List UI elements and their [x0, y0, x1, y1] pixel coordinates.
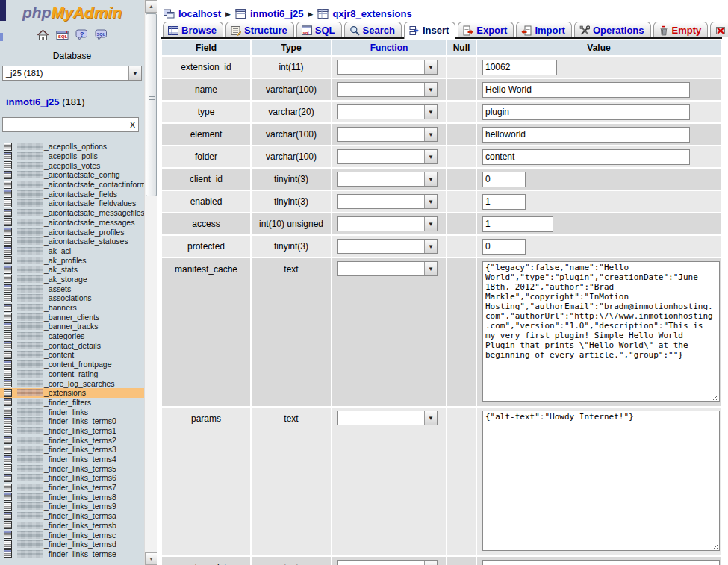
sidebar-table-item_finder_links_terms4[interactable]: _finder_links_terms4 [0, 455, 144, 464]
chevron-down-icon[interactable]: ▼ [128, 66, 141, 80]
function-select-extension_id[interactable]: ▼ [337, 60, 438, 75]
chevron-down-icon[interactable]: ▼ [424, 411, 437, 425]
function-select-element[interactable]: ▼ [337, 127, 438, 142]
sidebar-table-item_finder_links_termsa[interactable]: _finder_links_termsa [0, 511, 144, 521]
value-input-extension_id[interactable] [482, 60, 557, 75]
value-input-folder[interactable] [482, 149, 690, 165]
phpmyadmin-logo[interactable]: phpMyAdmin [0, 0, 144, 22]
sidebar-table-item_aicontactsafe_messages[interactable]: _aicontactsafe_messages [0, 218, 144, 228]
sql-window-icon[interactable] [56, 28, 69, 41]
sidebar-table-item_finder_links_terms0[interactable]: _finder_links_terms0 [0, 416, 144, 426]
tab-browse[interactable]: Browse [163, 22, 223, 37]
sidebar-table-item_ak_profiles[interactable]: _ak_profiles [0, 255, 144, 265]
tab-empty[interactable]: Empty [653, 22, 709, 37]
tab-drop[interactable]: Drop [710, 22, 728, 37]
chevron-down-icon[interactable]: ▼ [424, 262, 437, 275]
sidebar-table-item_finder_links[interactable]: _finder_links [0, 407, 144, 416]
sidebar-table-item_acepolls_votes[interactable]: _acepolls_votes [0, 160, 144, 170]
sidebar-table-item_acepolls_options[interactable]: _acepolls_options [0, 142, 144, 152]
value-input-name[interactable] [482, 82, 690, 98]
chevron-down-icon[interactable]: ▼ [424, 105, 437, 119]
value-input-type[interactable] [482, 104, 690, 120]
scroll-down-icon[interactable]: ▼ [145, 552, 158, 565]
function-select-access[interactable]: ▼ [337, 216, 438, 231]
function-select-manifest_cache[interactable]: ▼ [337, 261, 438, 276]
tab-operations[interactable]: Operations [574, 22, 651, 37]
sidebar-table-item_content_rating[interactable]: _content_rating [0, 369, 144, 379]
sidebar-table-item_finder_links_terms1[interactable]: _finder_links_terms1 [0, 426, 144, 436]
home-icon[interactable] [37, 28, 49, 41]
database-link[interactable]: inmoti6_j25 [6, 96, 60, 107]
sidebar-table-item_finder_links_termse[interactable]: _finder_links_termse [0, 549, 144, 559]
chevron-down-icon[interactable]: ▼ [424, 172, 437, 186]
query-window-icon[interactable] [95, 28, 108, 41]
chevron-down-icon[interactable]: ▼ [424, 83, 437, 96]
sidebar-table-item_core_log_searches[interactable]: _core_log_searches [0, 378, 144, 388]
sidebar-table-item_categories[interactable]: _categories [0, 331, 144, 341]
tab-export[interactable]: Export [458, 22, 514, 37]
sidebar-table-item_finder_links_terms9[interactable]: _finder_links_terms9 [0, 502, 144, 511]
sidebar-table-item_banners[interactable]: _banners [0, 303, 144, 313]
filter-clear-button[interactable]: X [129, 119, 138, 131]
scrollbar-thumb[interactable] [146, 13, 157, 196]
sidebar-table-item_assets[interactable]: _assets [0, 284, 144, 293]
chevron-down-icon[interactable]: ▼ [424, 561, 437, 565]
value-textarea-manifest_cache[interactable] [482, 261, 720, 402]
value-input-protected[interactable] [482, 239, 526, 255]
help-icon[interactable] [75, 28, 88, 41]
database-select[interactable]: _j25 (181) ▼ [2, 66, 142, 81]
function-select-params[interactable]: ▼ [337, 411, 438, 425]
sidebar-table-item_aicontactsafe_fieldvalues[interactable]: _aicontactsafe_fieldvalues [0, 199, 144, 208]
sidebar-table-item_finder_links_terms2[interactable]: _finder_links_terms2 [0, 435, 144, 445]
breadcrumb-database[interactable]: inmoti6_j25 [250, 8, 304, 19]
sidebar-table-item_extensions[interactable]: _extensions [0, 388, 144, 398]
chevron-down-icon[interactable]: ▼ [424, 60, 437, 74]
sidebar-table-item_ak_storage[interactable]: _ak_storage [0, 275, 144, 284]
sidebar-table-item_content_frontpage[interactable]: _content_frontpage [0, 360, 144, 369]
breadcrumb-server[interactable]: localhost [178, 8, 221, 19]
sidebar-table-item_ak_acl[interactable]: _ak_acl [0, 246, 144, 256]
function-select-folder[interactable]: ▼ [337, 149, 438, 164]
sidebar-table-item_banner_tracks[interactable]: _banner_tracks [0, 322, 144, 331]
sidebar-table-item_aicontactsafe_fields[interactable]: _aicontactsafe_fields [0, 189, 144, 199]
sidebar-table-item_finder_links_terms3[interactable]: _finder_links_terms3 [0, 445, 144, 455]
sidebar-table-item_aicontactsafe_config[interactable]: _aicontactsafe_config [0, 170, 144, 180]
sidebar-table-item_banner_clients[interactable]: _banner_clients [0, 312, 144, 322]
sidebar-table-item_finder_links_termsb[interactable]: _finder_links_termsb [0, 521, 144, 531]
value-input-element[interactable] [482, 127, 690, 143]
chevron-down-icon[interactable]: ▼ [424, 217, 437, 231]
sidebar-table-item_finder_links_terms5[interactable]: _finder_links_terms5 [0, 463, 144, 473]
sidebar-scrollbar[interactable]: ▲ ▼ [144, 0, 157, 565]
sidebar-table-item_aicontactsafe_messagefiles[interactable]: _aicontactsafe_messagefiles [0, 208, 144, 218]
sidebar-table-item_ak_stats[interactable]: _ak_stats [0, 265, 144, 275]
value-input-client_id[interactable] [482, 172, 526, 187]
sidebar-table-item_finder_filters[interactable]: _finder_filters [0, 398, 144, 408]
tab-insert[interactable]: Insert [404, 22, 455, 39]
tab-structure[interactable]: Structure [225, 22, 294, 37]
chevron-down-icon[interactable]: ▼ [424, 195, 437, 208]
chevron-down-icon[interactable]: ▼ [424, 240, 437, 253]
table-filter-input[interactable] [3, 119, 129, 131]
sidebar-table-item_acepolls_polls[interactable]: _acepolls_polls [0, 152, 144, 161]
breadcrumb-table[interactable]: qxjr8_extensions [332, 8, 411, 19]
header-function[interactable]: Function [332, 40, 446, 55]
sidebar-table-item_content[interactable]: _content [0, 350, 144, 360]
sidebar-table-item_finder_links_termsc[interactable]: _finder_links_termsc [0, 530, 144, 540]
function-select-type[interactable]: ▼ [337, 104, 438, 119]
tab-import[interactable]: Import [516, 22, 571, 37]
function-select-protected[interactable]: ▼ [337, 239, 438, 254]
value-input-enabled[interactable] [482, 194, 526, 210]
sidebar-table-item_aicontactsafe_statuses[interactable]: _aicontactsafe_statuses [0, 237, 144, 246]
value-input-access[interactable] [482, 216, 553, 232]
chevron-down-icon[interactable]: ▼ [424, 128, 437, 141]
sidebar-table-item_finder_links_terms6[interactable]: _finder_links_terms6 [0, 473, 144, 483]
sidebar-table-item_associations[interactable]: _associations [0, 293, 144, 303]
sidebar-table-item_aicontactsafe_profiles[interactable]: _aicontactsafe_profiles [0, 227, 144, 237]
scroll-up-icon[interactable]: ▲ [145, 0, 158, 13]
value-textarea-params[interactable] [482, 411, 720, 551]
function-select-name[interactable]: ▼ [337, 82, 438, 97]
sidebar-table-item_finder_links_terms8[interactable]: _finder_links_terms8 [0, 492, 144, 502]
function-select-custom_data[interactable]: ▼ [337, 560, 438, 565]
function-select-client_id[interactable]: ▼ [337, 172, 438, 187]
sidebar-table-item_aicontactsafe_contactinform[interactable]: _aicontactsafe_contactinform [0, 180, 144, 190]
